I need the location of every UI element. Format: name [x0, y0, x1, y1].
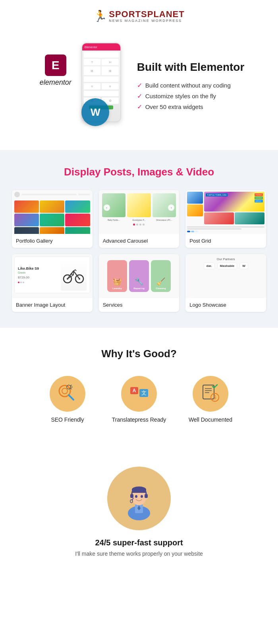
pgc-l-2	[187, 228, 241, 230]
svg-point-13	[62, 388, 68, 394]
widget-label-banner: Banner Image Layout	[12, 298, 93, 312]
feature-item-3: ✓ Over 50 extra widgets	[137, 101, 245, 112]
ls-logo-2: Mashable	[217, 263, 237, 269]
support-title: 24/5 super-fast support	[16, 538, 262, 547]
carousel-right-arrow[interactable]: ›	[168, 204, 174, 211]
pgc-dot-3	[195, 231, 198, 232]
svg-point-42	[130, 500, 133, 503]
support-description: I'll make sure theme works properly on y…	[16, 551, 262, 557]
pgc-b-img-2	[235, 212, 264, 224]
svg-rect-39	[130, 494, 133, 498]
widget-label-post-grid: Post Grid	[185, 234, 266, 248]
elementor-logo: E elementor	[34, 54, 77, 87]
feature-documented: $ Well Documented	[183, 376, 238, 423]
svc-card-2: 🔧 Repairing	[129, 260, 149, 292]
feature-item-2: ✓ Customize styles on the fly	[137, 91, 245, 101]
translatepress-label: Translatepress Ready	[112, 416, 166, 423]
svg-text:$: $	[213, 395, 216, 400]
phone-block-h: H	[102, 59, 119, 65]
pg-cell-5	[40, 214, 64, 226]
phone-block-img: ⊞	[84, 66, 101, 75]
pgc-dots-row	[187, 231, 264, 232]
pgc-tag-1: TURTLE TOWN, USA	[206, 193, 228, 197]
check-icon-1: ✓	[137, 82, 142, 89]
post-grid-preview-area: TURTLE TOWN, USA POODLE DOODLE CIRCLE	[185, 190, 266, 234]
ls-logos-row: dar. Mashable W	[189, 263, 263, 269]
pgc-lines	[187, 226, 264, 230]
why-section: Why It's Good? SEO Friendly A	[0, 328, 278, 459]
carousel-dot-4	[143, 224, 145, 226]
banner-bike-image	[61, 259, 87, 291]
support-agent-icon	[119, 477, 159, 520]
post-grid-colorful: TURTLE TOWN, USA POODLE DOODLE CIRCLE	[185, 190, 266, 234]
logo-showcase-preview: Our Partners dar. Mashable W	[185, 254, 266, 298]
widget-logo-showcase: Our Partners dar. Mashable W Logo Showca…	[185, 254, 266, 312]
banner-preview: Like.Bike S9 Green $729.00	[12, 254, 93, 298]
pg-cell-3	[65, 200, 90, 213]
phone-block-img2: ⊞	[102, 66, 119, 75]
svg-line-9	[75, 270, 76, 271]
support-icon-circle	[107, 467, 171, 530]
widget-advanced-carousel: ‹ Baby Hydra... Eucalyptus P... Dinocarp…	[99, 190, 180, 248]
seo-icon	[57, 383, 79, 405]
seo-label: SEO Friendly	[51, 416, 84, 423]
widget-label-carousel: Advanced Carousel	[99, 234, 180, 248]
banner-inner: Like.Bike S9 Green $729.00	[14, 257, 90, 293]
svg-text:文: 文	[141, 390, 146, 396]
banner-preview-area: Like.Bike S9 Green $729.00	[12, 254, 93, 298]
svc-label-2: Repairing	[133, 287, 145, 290]
banner-product-name: Like.Bike S9	[18, 267, 58, 270]
banner-text: Like.Bike S9 Green $729.00	[18, 267, 58, 283]
phone-row-1: T H	[84, 59, 119, 65]
feature-translatepress: A 文 Translatepress Ready	[111, 376, 167, 423]
svc-card-3: 🧹 Cleaning	[151, 260, 171, 292]
feature-label-3: Over 50 extra widgets	[145, 103, 203, 110]
widget-services: 🧺 Laundry 🔧 Repairing 🧹 Cleaning Service…	[99, 254, 180, 312]
phone-block-full-2	[84, 76, 119, 82]
display-section: Display Posts, Images & Video	[0, 150, 278, 328]
svg-line-14	[69, 395, 73, 400]
elementor-square-icon: E	[45, 54, 66, 76]
widget-label-services: Services	[99, 298, 180, 312]
pgc-img-2	[187, 204, 203, 216]
pg-cell-9	[65, 227, 90, 234]
svc-label-3: Cleaning	[156, 287, 166, 290]
ls-logo-3: W	[239, 263, 248, 269]
brand-tagline: NEWS MAGAZINE WORDPRESS	[109, 19, 184, 23]
carousel-dot-1	[133, 224, 135, 226]
svg-line-16	[70, 385, 72, 386]
portfolio-lines	[21, 194, 77, 195]
phone-block-t: T	[84, 59, 101, 65]
pgc-dot-2	[191, 231, 194, 232]
ls-logo-1: dar.	[204, 263, 215, 269]
portfolio-lines-2	[78, 194, 90, 195]
widgets-grid: Portfolio Gallery ‹ Baby Hydra... Eucaly…	[12, 190, 266, 312]
pgc-img-1	[187, 192, 203, 204]
pg-cell-2	[40, 200, 64, 213]
elementor-section: E elementor Elementor T H ⊞ ⊞ ≡	[0, 31, 278, 150]
display-title-highlight: Posts, Images & Video	[104, 166, 214, 178]
pgc-tag-col: POODLE DOODLE CIRCLE	[255, 193, 263, 202]
phone-block-3: ≡	[84, 83, 101, 89]
portfolio-preview	[12, 190, 93, 234]
brand-name: SPORTSPLANET	[109, 10, 184, 19]
widget-label-portfolio: Portfolio Gallery	[12, 234, 93, 248]
banner-dots	[18, 282, 58, 283]
translatepress-icon-circle: A 文	[121, 376, 157, 412]
pgc-b-img-1	[204, 212, 234, 224]
brand-text: SPORTSPLANET NEWS MAGAZINE WORDPRESS	[109, 10, 184, 23]
phone-top-bar: Elementor	[82, 43, 120, 51]
pgc-right: TURTLE TOWN, USA POODLE DOODLE CIRCLE	[204, 192, 264, 225]
carousel-dot-2	[136, 224, 138, 226]
portfolio-header-row	[12, 190, 93, 198]
banner-dot-3	[23, 282, 24, 283]
carousel-left-arrow[interactable]: ‹	[104, 204, 110, 211]
svg-rect-23	[203, 385, 214, 399]
logo-section: 🏃 SPORTSPLANET NEWS MAGAZINE WORDPRESS	[0, 0, 278, 31]
services-preview: 🧺 Laundry 🔧 Repairing 🧹 Cleaning	[99, 254, 180, 298]
banner-dot-1	[18, 282, 19, 283]
pg-cell-4	[14, 214, 39, 226]
ls-title: Our Partners	[189, 257, 263, 261]
documented-icon-circle: $	[193, 376, 228, 412]
portfolio-grid	[12, 198, 93, 234]
